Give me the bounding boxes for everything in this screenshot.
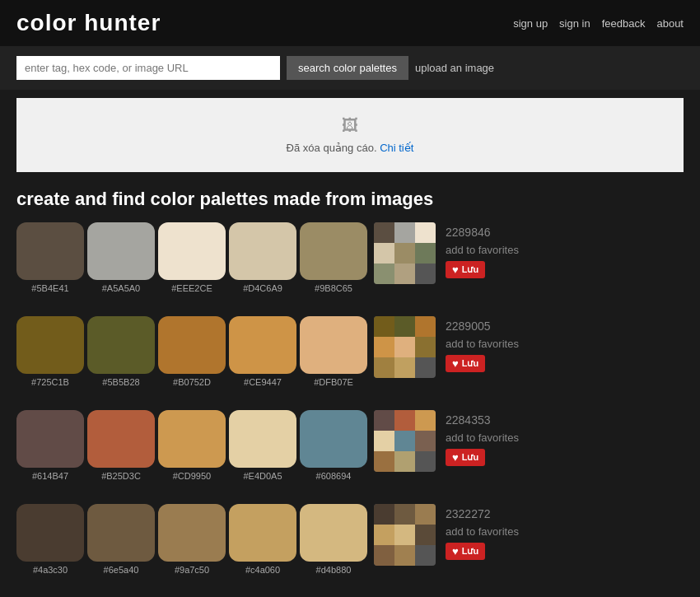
palette-thumbnail[interactable] — [374, 222, 436, 284]
color-swatch[interactable] — [87, 504, 155, 562]
swatch-label: #DFB07E — [300, 377, 367, 387]
color-swatch[interactable] — [229, 410, 296, 468]
nav-links: sign up sign in feedback about — [513, 17, 684, 30]
color-swatch[interactable] — [87, 410, 155, 468]
add-to-favorites-link[interactable]: add to favorites — [446, 525, 519, 538]
palette-id-link[interactable]: 2284353 — [446, 413, 519, 427]
palette-thumbnail[interactable] — [374, 410, 436, 472]
swatch-label: #9a7c50 — [158, 565, 226, 575]
swatch-label: #A5A5A0 — [87, 283, 155, 293]
palette-id-link[interactable]: 2289005 — [446, 319, 519, 333]
color-swatch[interactable] — [87, 222, 155, 280]
palette-info: 2289846add to favorites♥Lưu — [446, 222, 519, 278]
palette-row: #4a3c30#6e5a40#9a7c50#c4a060#d4b88023222… — [16, 504, 684, 575]
add-to-favorites-link[interactable]: add to favorites — [446, 244, 519, 256]
tagline: create and find color palettes made from… — [0, 180, 700, 222]
logo: color hunter — [16, 10, 161, 36]
color-swatch[interactable] — [158, 222, 226, 280]
color-swatch[interactable] — [158, 410, 226, 468]
header: color hunter sign up sign in feedback ab… — [0, 0, 700, 46]
luru-button[interactable]: ♥Lưu — [446, 355, 485, 372]
search-bar: search color palettes upload an image — [0, 46, 700, 90]
upload-link[interactable]: upload an image — [415, 62, 494, 74]
about-link[interactable]: about — [656, 17, 684, 30]
palette-id-link[interactable]: 2322272 — [446, 507, 519, 520]
palette-row: #725C1B#5B5B28#B0752D#CE9447#DFB07E22890… — [16, 316, 684, 387]
swatch-label: #725C1B — [16, 377, 84, 387]
heart-icon: ♥ — [452, 357, 459, 370]
search-button[interactable]: search color palettes — [287, 56, 408, 80]
color-swatch[interactable] — [229, 222, 296, 280]
heart-icon: ♥ — [452, 545, 459, 557]
swatch-label: #B0752D — [158, 377, 226, 387]
swatch-label: #CE9447 — [229, 377, 296, 387]
luru-label: Lưu — [462, 452, 478, 463]
swatches: #5B4E41#A5A5A0#EEE2CE#D4C6A9#9B8C65 — [16, 222, 367, 293]
palette-info: 2284353add to favorites♥Lưu — [446, 410, 519, 466]
swatches: #614B47#B25D3C#CD9950#E4D0A5#608694 — [16, 410, 367, 481]
luru-button[interactable]: ♥Lưu — [446, 449, 485, 466]
heart-icon: ♥ — [452, 451, 459, 464]
swatches: #725C1B#5B5B28#B0752D#CE9447#DFB07E — [16, 316, 367, 387]
color-swatch[interactable] — [16, 316, 84, 374]
luru-button[interactable]: ♥Lưu — [446, 261, 485, 278]
color-swatch[interactable] — [16, 410, 84, 468]
luru-button[interactable]: ♥Lưu — [446, 543, 485, 560]
luru-label: Lưu — [462, 264, 478, 275]
swatch-label: #B25D3C — [87, 471, 155, 481]
palettes: #5B4E41#A5A5A0#EEE2CE#D4C6A9#9B8C6522898… — [0, 222, 700, 575]
color-swatch[interactable] — [300, 504, 367, 562]
swatches: #4a3c30#6e5a40#9a7c50#c4a060#d4b880 — [16, 504, 367, 575]
search-input[interactable] — [16, 56, 280, 80]
swatch-label: #D4C6A9 — [229, 283, 296, 293]
palette-thumbnail[interactable] — [374, 504, 436, 566]
swatch-label: #5B4E41 — [16, 283, 84, 293]
swatch-label: #608694 — [300, 471, 367, 481]
palette-thumbnail[interactable] — [374, 316, 436, 378]
color-swatch[interactable] — [229, 504, 296, 562]
ad-details-link[interactable]: Chi tiết — [380, 142, 413, 154]
swatch-label: #9B8C65 — [300, 283, 367, 293]
color-swatch[interactable] — [300, 410, 367, 468]
add-to-favorites-link[interactable]: add to favorites — [446, 338, 519, 350]
palette-info: 2289005add to favorites♥Lưu — [446, 316, 519, 372]
palette-row: #5B4E41#A5A5A0#EEE2CE#D4C6A9#9B8C6522898… — [16, 222, 684, 293]
signin-link[interactable]: sign in — [559, 17, 590, 30]
feedback-link[interactable]: feedback — [602, 17, 646, 30]
add-to-favorites-link[interactable]: add to favorites — [446, 431, 519, 444]
ad-text: Đã xóa quảng cáo. Chi tiết — [287, 142, 414, 154]
swatch-label: #d4b880 — [300, 565, 367, 575]
ad-text-main: Đã xóa quảng cáo. — [287, 142, 377, 154]
swatch-label: #614B47 — [16, 471, 84, 481]
swatch-label: #6e5a40 — [87, 565, 155, 575]
swatch-label: #CD9950 — [158, 471, 226, 481]
luru-label: Lưu — [462, 546, 478, 557]
swatch-label: #5B5B28 — [87, 377, 155, 387]
signup-link[interactable]: sign up — [513, 17, 548, 30]
ad-banner: 🖼 Đã xóa quảng cáo. Chi tiết — [16, 98, 684, 172]
swatch-label: #4a3c30 — [16, 565, 84, 575]
color-swatch[interactable] — [300, 316, 367, 374]
color-swatch[interactable] — [158, 504, 226, 562]
color-swatch[interactable] — [16, 504, 84, 562]
heart-icon: ♥ — [452, 264, 459, 276]
palette-id-link[interactable]: 2289846 — [446, 226, 519, 239]
color-swatch[interactable] — [158, 316, 226, 374]
color-swatch[interactable] — [87, 316, 155, 374]
color-swatch[interactable] — [300, 222, 367, 280]
color-swatch[interactable] — [16, 222, 84, 280]
swatch-label: #E4D0A5 — [229, 471, 296, 481]
color-swatch[interactable] — [229, 316, 296, 374]
swatch-label: #EEE2CE — [158, 283, 226, 293]
ad-icon: 🖼 — [342, 116, 358, 135]
swatch-label: #c4a060 — [229, 565, 296, 575]
luru-label: Lưu — [462, 358, 478, 369]
palette-row: #614B47#B25D3C#CD9950#E4D0A5#60869422843… — [16, 410, 684, 481]
palette-info: 2322272add to favorites♥Lưu — [446, 504, 519, 560]
